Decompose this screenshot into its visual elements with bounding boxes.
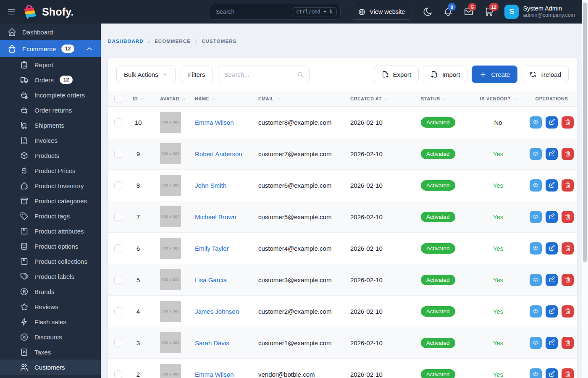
edit-button[interactable] bbox=[546, 148, 558, 160]
edit-button[interactable] bbox=[546, 305, 558, 318]
column-header-name[interactable]: NAME↓↑ bbox=[189, 91, 252, 107]
delete-button[interactable] bbox=[562, 148, 574, 160]
sidebar-item-product-tags[interactable]: Product tags bbox=[0, 208, 101, 223]
row-checkbox[interactable] bbox=[114, 307, 122, 315]
column-header-created-at[interactable]: CREATED AT↓↑ bbox=[345, 91, 416, 107]
sidebar-item-brands[interactable]: Brands bbox=[0, 284, 101, 299]
sidebar-item-customers[interactable]: Customers bbox=[0, 360, 101, 375]
customer-name-link[interactable]: Emma Wilson bbox=[195, 119, 234, 126]
sidebar-item-product-prices[interactable]: Product Prices bbox=[0, 163, 101, 178]
sidebar-item-product-labels[interactable]: Product labels bbox=[0, 269, 101, 284]
sidebar-item-invoices[interactable]: Invoices bbox=[0, 133, 101, 148]
view-button[interactable] bbox=[530, 211, 542, 223]
view-button[interactable] bbox=[530, 337, 542, 349]
column-header-email[interactable]: EMAIL↓↑ bbox=[252, 91, 345, 107]
delete-button[interactable] bbox=[562, 179, 574, 192]
edit-button[interactable] bbox=[546, 274, 558, 286]
user-menu[interactable]: S System Admin admin@company.com bbox=[504, 5, 575, 19]
row-checkbox[interactable] bbox=[114, 244, 122, 252]
customer-name-link[interactable]: Sarah Davis bbox=[195, 339, 229, 346]
row-checkbox[interactable] bbox=[114, 118, 122, 126]
delete-button[interactable] bbox=[562, 368, 574, 378]
sidebar-item-ecommerce[interactable]: Ecommerce12 bbox=[0, 40, 101, 57]
customer-name-link[interactable]: Emily Taylor bbox=[195, 245, 229, 252]
view-button[interactable] bbox=[530, 116, 542, 129]
moon-icon[interactable] bbox=[423, 7, 433, 17]
breadcrumb-dashboard[interactable]: DASHBOARD bbox=[108, 39, 144, 44]
search-shortcut-hint: ctrl/cmd + k bbox=[292, 7, 337, 16]
sidebar-item-report[interactable]: Report bbox=[0, 57, 101, 72]
view-button[interactable] bbox=[530, 274, 542, 286]
edit-button[interactable] bbox=[546, 116, 558, 129]
sidebar-item-product-collections[interactable]: Product collections bbox=[0, 254, 101, 269]
edit-button[interactable] bbox=[546, 211, 558, 223]
row-checkbox[interactable] bbox=[114, 339, 122, 347]
sidebar-item-dashboard[interactable]: Dashboard bbox=[0, 24, 101, 40]
customer-name-link[interactable]: Michael Brown bbox=[195, 213, 236, 220]
sidebar-item-flash-sales[interactable]: Flash sales bbox=[0, 314, 101, 329]
delete-button[interactable] bbox=[562, 274, 574, 286]
scrollbar-thumb[interactable] bbox=[583, 3, 587, 262]
sidebar-item-taxes[interactable]: Taxes bbox=[0, 344, 101, 360]
delete-button[interactable] bbox=[562, 116, 574, 129]
row-checkbox[interactable] bbox=[114, 213, 122, 221]
table-search[interactable] bbox=[218, 66, 310, 83]
filters-button[interactable]: Filters bbox=[181, 66, 213, 83]
breadcrumb-ecommerce[interactable]: ECOMMERCE bbox=[155, 39, 191, 44]
page-scrollbar[interactable] bbox=[582, 0, 588, 378]
sidebar-item-product-inventory[interactable]: Product Inventory bbox=[0, 178, 101, 193]
edit-button[interactable] bbox=[546, 179, 558, 192]
sidebar-item-shipments[interactable]: Shipments bbox=[0, 118, 101, 133]
customer-name-link[interactable]: John Smith bbox=[195, 182, 226, 189]
edit-button[interactable] bbox=[546, 368, 558, 378]
row-checkbox[interactable] bbox=[114, 181, 122, 189]
view-button[interactable] bbox=[530, 242, 542, 255]
sidebar-nav: DashboardEcommerce12ReportOrders12Incomp… bbox=[0, 24, 101, 378]
view-button[interactable] bbox=[530, 305, 542, 318]
export-button[interactable]: Export bbox=[374, 66, 419, 83]
create-button[interactable]: Create bbox=[472, 66, 517, 83]
edit-button[interactable] bbox=[546, 337, 558, 349]
orders-cart-button[interactable]: 12 bbox=[484, 7, 494, 17]
column-header-status[interactable]: STATUS↓↑ bbox=[416, 91, 470, 107]
column-header-is-vendor[interactable]: IS VENDOR?↓↑ bbox=[470, 91, 526, 107]
sidebar-item-products[interactable]: Products bbox=[0, 148, 101, 163]
customer-name-link[interactable]: Lisa Garcia bbox=[195, 276, 227, 284]
customer-name-link[interactable]: Emma Wilson bbox=[195, 371, 234, 378]
sidebar-item-discounts[interactable]: Discounts bbox=[0, 329, 101, 344]
brand[interactable]: Shofy. bbox=[21, 3, 74, 20]
view-button[interactable] bbox=[530, 179, 542, 192]
delete-button[interactable] bbox=[562, 337, 574, 349]
global-search-input[interactable] bbox=[216, 8, 292, 15]
column-header-avatar[interactable]: AVATAR↓↑ bbox=[149, 91, 189, 107]
row-checkbox[interactable] bbox=[114, 276, 122, 284]
view-button[interactable] bbox=[530, 148, 542, 160]
edit-button[interactable] bbox=[546, 242, 558, 255]
row-checkbox[interactable] bbox=[114, 370, 122, 378]
view-button[interactable] bbox=[530, 368, 542, 378]
customer-name-link[interactable]: James Johnson bbox=[195, 308, 239, 315]
sidebar-item-order-returns[interactable]: Order returns bbox=[0, 102, 101, 118]
reload-button[interactable]: Reload bbox=[522, 66, 569, 83]
table-search-input[interactable] bbox=[224, 71, 297, 78]
sidebar-item-product-attributes[interactable]: Product attributes bbox=[0, 223, 101, 239]
delete-button[interactable] bbox=[562, 211, 574, 223]
notifications-button[interactable]: 0 bbox=[443, 7, 453, 17]
view-website-button[interactable]: View website bbox=[351, 4, 412, 20]
bulk-actions-button[interactable]: Bulk Actions bbox=[116, 66, 176, 83]
messages-button[interactable]: 5 bbox=[464, 7, 474, 17]
sidebar-item-reviews[interactable]: Reviews bbox=[0, 299, 101, 314]
delete-button[interactable] bbox=[562, 242, 574, 255]
sidebar-item-orders[interactable]: Orders12 bbox=[0, 72, 101, 87]
select-all-checkbox[interactable] bbox=[114, 95, 122, 103]
sidebar-item-incomplete-orders[interactable]: Incomplete orders bbox=[0, 87, 101, 102]
menu-icon[interactable] bbox=[7, 7, 16, 16]
global-search[interactable]: ctrl/cmd + k bbox=[210, 4, 341, 20]
sidebar-item-product-options[interactable]: Product options bbox=[0, 239, 101, 254]
sidebar-item-product-categories[interactable]: Product categories bbox=[0, 193, 101, 208]
column-header-id[interactable]: ID↓↑ bbox=[127, 91, 149, 107]
row-checkbox[interactable] bbox=[114, 150, 122, 158]
import-button[interactable]: Import bbox=[423, 66, 468, 83]
customer-name-link[interactable]: Robert Anderson bbox=[195, 150, 242, 158]
delete-button[interactable] bbox=[562, 305, 574, 318]
